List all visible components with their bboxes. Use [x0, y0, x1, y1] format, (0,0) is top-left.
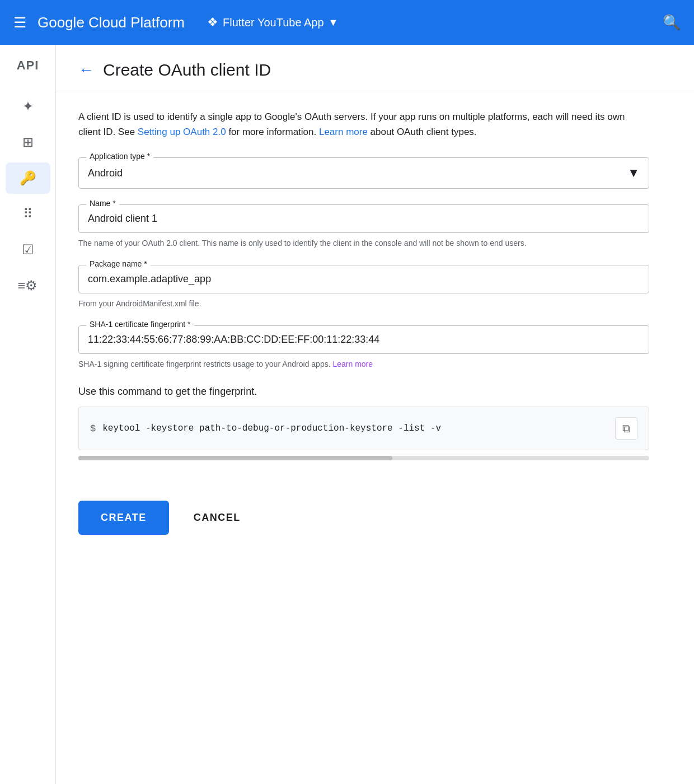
button-row: CREATE CANCEL: [56, 483, 694, 557]
copy-icon: ⧉: [622, 422, 630, 435]
main-layout: API ✦ ⊞ 🔑 ⠿ ☑ ≡⚙ ← Create OAuth client I…: [0, 45, 694, 784]
sha1-input[interactable]: [88, 334, 640, 346]
dashboard-icon: ✦: [22, 99, 34, 114]
code-box: $ keytool -keystore path-to-debug-or-pro…: [78, 407, 649, 450]
oauth-setup-link[interactable]: Setting up OAuth 2.0: [138, 127, 226, 137]
code-dollar: $: [90, 423, 96, 434]
application-type-select-wrapper[interactable]: Android ▼: [78, 157, 649, 189]
name-input-wrapper: [78, 204, 649, 233]
sidebar-item-credentials[interactable]: 🔑: [6, 162, 50, 194]
description-text: A client ID is used to identify a single…: [78, 109, 649, 139]
back-button[interactable]: ←: [78, 62, 94, 78]
copy-button[interactable]: ⧉: [615, 417, 637, 440]
sha1-hint: SHA-1 signing certificate fingerprint re…: [78, 358, 649, 370]
name-hint: The name of your OAuth 2.0 client. This …: [78, 237, 649, 249]
page-title: Create OAuth client ID: [103, 60, 271, 80]
main-content: ← Create OAuth client ID A client ID is …: [56, 45, 694, 784]
cancel-button[interactable]: CANCEL: [182, 501, 252, 535]
fingerprint-cmd-label: Use this command to get the fingerprint.: [78, 386, 649, 398]
page-header: ← Create OAuth client ID: [56, 45, 694, 91]
grid-icon: ⠿: [23, 206, 33, 222]
code-scrollbar-track[interactable]: [78, 456, 649, 460]
application-type-field: Application type * Android ▼: [78, 157, 649, 189]
learn-more-link[interactable]: Learn more: [319, 127, 368, 137]
hamburger-icon[interactable]: ☰: [13, 15, 26, 30]
sidebar-item-consent[interactable]: ☑: [6, 234, 50, 265]
sidebar-item-dashboard[interactable]: ✦: [6, 91, 50, 122]
code-text: keytool -keystore path-to-debug-or-produ…: [102, 423, 608, 433]
sidebar-item-settings[interactable]: ≡⚙: [6, 270, 50, 301]
project-selector[interactable]: ❖ Flutter YouTube App ▼: [207, 15, 338, 30]
package-name-field-group: Package name * From your AndroidManifest…: [78, 265, 649, 310]
package-name-input[interactable]: [88, 273, 640, 285]
library-icon: ⊞: [22, 134, 34, 150]
search-icon[interactable]: 🔍: [663, 14, 681, 31]
check-square-icon: ☑: [22, 242, 34, 258]
sha1-label: SHA-1 certificate fingerprint *: [86, 320, 194, 329]
app-title: Google Cloud Platform: [37, 14, 185, 31]
key-icon: 🔑: [20, 170, 36, 186]
package-name-label: Package name *: [86, 259, 151, 268]
application-type-select[interactable]: Android ▼: [88, 166, 640, 180]
sha1-input-wrapper: [78, 325, 649, 354]
code-scrollbar-thumb: [78, 456, 392, 460]
package-name-hint: From your AndroidManifest.xml file.: [78, 298, 649, 310]
application-type-value: Android: [88, 167, 123, 179]
form-area: A client ID is used to identify a single…: [56, 91, 672, 483]
application-type-label: Application type *: [86, 152, 153, 161]
sha1-learn-more-link[interactable]: Learn more: [332, 360, 373, 368]
project-name: Flutter YouTube App: [223, 16, 324, 29]
sidebar-item-library[interactable]: ⊞: [6, 127, 50, 158]
name-field-group: Name * The name of your OAuth 2.0 client…: [78, 204, 649, 249]
create-button[interactable]: CREATE: [78, 501, 169, 535]
sha1-field-group: SHA-1 certificate fingerprint * SHA-1 si…: [78, 325, 649, 370]
sha1-hint-text: SHA-1 signing certificate fingerprint re…: [78, 360, 331, 368]
sidebar-item-domains[interactable]: ⠿: [6, 198, 50, 230]
top-nav: ☰ Google Cloud Platform ❖ Flutter YouTub…: [0, 0, 694, 45]
package-name-input-wrapper: [78, 265, 649, 293]
name-input[interactable]: [88, 213, 640, 225]
chevron-down-icon: ▼: [329, 17, 339, 29]
sidebar: API ✦ ⊞ 🔑 ⠿ ☑ ≡⚙: [0, 45, 56, 784]
name-label: Name *: [86, 199, 119, 208]
select-chevron-icon: ▼: [627, 166, 640, 180]
project-dots-icon: ❖: [207, 15, 218, 30]
settings-icon: ≡⚙: [17, 278, 37, 293]
api-label: API: [17, 54, 39, 77]
